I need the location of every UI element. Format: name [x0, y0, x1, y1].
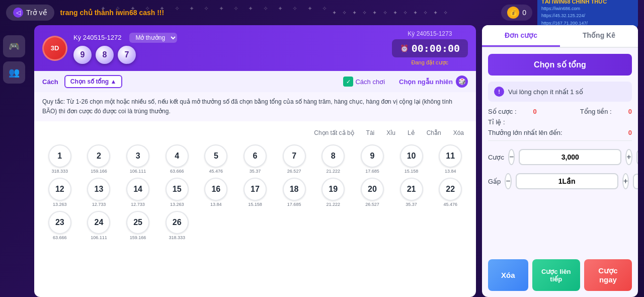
- result-balls: 9 8 7: [73, 46, 386, 64]
- back-button[interactable]: ◁ Trở về: [6, 5, 54, 21]
- num-circle-19: 19: [321, 178, 345, 201]
- xoa-button[interactable]: Xóa: [488, 259, 528, 291]
- num-cell-24[interactable]: 24106.111: [82, 211, 117, 240]
- num-circle-3: 3: [126, 144, 149, 168]
- gap-label: Gấp: [488, 178, 501, 185]
- cuoc-minus-button[interactable]: −: [508, 149, 515, 165]
- num-circle-26: 26: [166, 211, 189, 234]
- tai-button[interactable]: Tài: [362, 127, 379, 138]
- method-label: Cách: [42, 78, 58, 86]
- gap-input[interactable]: [516, 173, 618, 189]
- action-buttons: Xóa Cược liên tiếp Cược ngay: [482, 253, 638, 297]
- num-cell-6[interactable]: 635.37: [237, 144, 273, 174]
- num-odds-3: 106.111: [130, 169, 146, 174]
- num-circle-6: 6: [244, 144, 267, 168]
- num-cell-14[interactable]: 1412.733: [120, 178, 155, 207]
- num-cell-3[interactable]: 3106.111: [120, 144, 155, 174]
- num-odds-22: 45.476: [443, 202, 457, 207]
- check-icon: ✓: [343, 77, 353, 87]
- random-button[interactable]: Chọn ngẫu nhiên 🎲: [399, 76, 468, 88]
- xiu-button[interactable]: Xỉu: [382, 127, 399, 138]
- num-cell-17[interactable]: 1715.158: [237, 178, 273, 207]
- back-label: Trở về: [26, 9, 47, 17]
- num-cell-7[interactable]: 726.527: [277, 144, 312, 174]
- method-select-button[interactable]: Chọn số tổng ▲: [64, 75, 123, 88]
- tab-stats[interactable]: Thống Kê: [560, 25, 638, 47]
- period-info: Kỳ 240515-1272 Mở thưởng 9 8 7: [73, 33, 386, 64]
- panel-tabs: Đơn cược Thống Kê: [482, 25, 638, 48]
- download-banner[interactable]: TẢI IWIN68 CHÍNH THỨC https://iwin686.co…: [537, 0, 638, 29]
- banner-link-1[interactable]: https://iwin686.com: [541, 5, 634, 12]
- gap-plus-button[interactable]: +: [622, 173, 629, 189]
- num-cell-22[interactable]: 2245.476: [433, 178, 468, 207]
- sidebar-icon-1[interactable]: 🎮: [3, 35, 25, 57]
- num-odds-16: 13.84: [210, 202, 222, 207]
- num-cell-12[interactable]: 1213.263: [42, 178, 77, 207]
- num-cell-11[interactable]: 1113.84: [433, 144, 468, 174]
- gap-mode-dropdown[interactable]: Nhanh ▲: [633, 174, 638, 189]
- top-bar: ◁ Trở về trang chủ thành iwin68 cash !!!…: [0, 0, 644, 25]
- num-circle-25: 25: [126, 211, 149, 234]
- num-circle-4: 4: [166, 144, 189, 168]
- num-circle-22: 22: [439, 178, 462, 201]
- back-icon: ◁: [13, 8, 23, 18]
- num-odds-18: 17.685: [287, 202, 301, 207]
- select-all-button[interactable]: Chọn tất cả bộ: [310, 127, 358, 138]
- num-cell-26[interactable]: 26318.333: [159, 211, 195, 240]
- num-cell-20[interactable]: 2026.527: [355, 178, 390, 207]
- xoa-grid-button[interactable]: Xóa: [449, 127, 468, 138]
- num-cell-2[interactable]: 2159.166: [82, 144, 117, 174]
- gap-minus-button[interactable]: −: [505, 173, 511, 189]
- num-odds-4: 63.666: [170, 169, 184, 174]
- cuoc-lien-tiep-button[interactable]: Cược liên tiếp: [532, 259, 580, 291]
- cuoc-label: Cược: [488, 154, 504, 161]
- sidebar-icon-2[interactable]: 👥: [3, 61, 25, 84]
- cuoc-mode-dropdown[interactable]: Nhanh ▲: [636, 150, 638, 165]
- game-header: 3D Kỳ 240515-1272 Mở thưởng 9 8 7 Kỳ 240…: [34, 25, 476, 71]
- num-odds-5: 45.476: [209, 169, 223, 174]
- num-cell-18[interactable]: 1817.685: [277, 178, 312, 207]
- num-odds-6: 35.37: [250, 169, 261, 174]
- num-cell-23[interactable]: 2363.666: [42, 211, 77, 240]
- gap-control: Gấp − + Nhanh ▲: [482, 169, 638, 193]
- num-cell-10[interactable]: 1015.158: [394, 144, 429, 174]
- num-cell-1[interactable]: 1318.333: [42, 144, 77, 174]
- num-cell-5[interactable]: 545.476: [199, 144, 234, 174]
- info-box: ! Vui lòng chọn ít nhất 1 số: [488, 82, 632, 102]
- betting-status: Đang đặt cược: [392, 59, 468, 66]
- number-grid: 1318.3332159.1663106.111463.666545.47663…: [42, 144, 468, 240]
- num-circle-2: 2: [87, 144, 110, 168]
- period-dropdown[interactable]: Mở thưởng: [129, 33, 177, 43]
- cuoc-ngay-button[interactable]: Cược ngay: [584, 259, 632, 291]
- num-circle-7: 7: [283, 144, 306, 168]
- cuoc-input[interactable]: [519, 149, 621, 165]
- le-button[interactable]: Lẻ: [404, 127, 419, 138]
- num-cell-16[interactable]: 1613.84: [199, 178, 234, 207]
- num-circle-8: 8: [321, 144, 345, 168]
- num-cell-13[interactable]: 1312.733: [82, 178, 117, 207]
- num-cell-25[interactable]: 25159.166: [120, 211, 155, 240]
- num-circle-11: 11: [439, 144, 462, 168]
- banner-link-2[interactable]: https://45.32.125.224/: [541, 12, 634, 19]
- num-cell-4[interactable]: 463.666: [159, 144, 195, 174]
- timer-display: 00:00:00: [412, 42, 460, 54]
- num-odds-7: 26.527: [287, 169, 301, 174]
- betting-panel: Đơn cược Thống Kê Chọn số tổng ! Vui lòn…: [482, 25, 638, 297]
- num-odds-24: 106.111: [91, 235, 107, 240]
- bet-type-button[interactable]: Chọn số tổng: [488, 54, 632, 76]
- game-logo: 3D: [42, 36, 67, 61]
- ball-2: 8: [96, 46, 114, 64]
- play-guide-link[interactable]: ✓ Cách chơi: [343, 77, 385, 87]
- stars-decoration: ✦ ✧ ✦ ✧ ✦ ✧ ✦ ✧ ✦ ✧ ✦ ✧: [281, 10, 501, 16]
- num-cell-21[interactable]: 2135.37: [394, 178, 429, 207]
- tab-bet[interactable]: Đơn cược: [482, 25, 560, 47]
- num-cell-15[interactable]: 1513.263: [159, 178, 195, 207]
- num-cell-9[interactable]: 917.685: [355, 144, 390, 174]
- chan-button[interactable]: Chẵn: [423, 127, 445, 138]
- num-odds-1: 318.333: [52, 169, 68, 174]
- cuoc-plus-button[interactable]: +: [625, 149, 632, 165]
- num-cell-19[interactable]: 1921.222: [315, 178, 351, 207]
- current-period: Kỳ 240515-1272: [73, 34, 121, 41]
- num-odds-10: 15.158: [405, 169, 419, 174]
- num-cell-8[interactable]: 821.222: [315, 144, 351, 174]
